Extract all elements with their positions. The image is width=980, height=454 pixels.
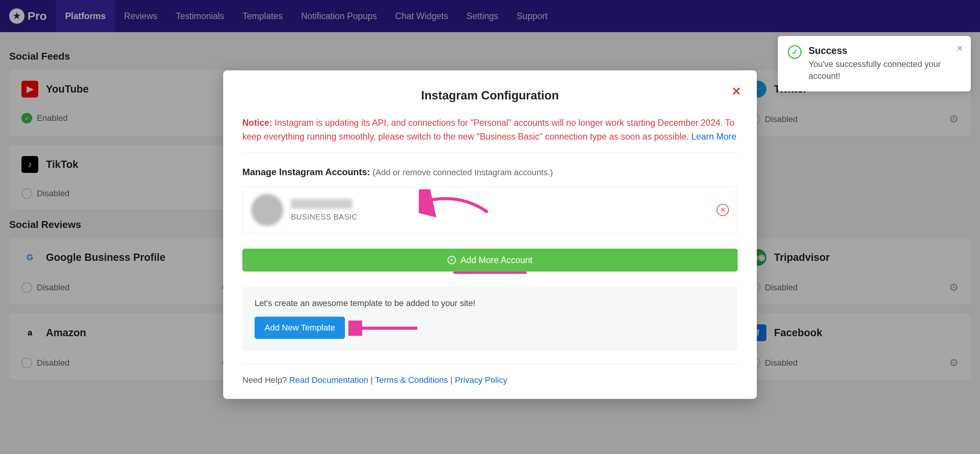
toast-body: You've successfully connected your accou… — [808, 59, 961, 82]
add-more-account-button[interactable]: + Add More Account — [242, 249, 738, 272]
check-circle-icon: ✓ — [788, 45, 802, 59]
close-icon[interactable]: ✕ — [729, 84, 743, 98]
annotation-arrow-icon — [348, 321, 425, 336]
learn-more-link[interactable]: Learn More — [691, 132, 737, 142]
plus-circle-icon: + — [448, 256, 456, 264]
remove-account-button[interactable]: ✕ — [717, 204, 729, 216]
api-notice: Notice: Instagram is updating its API, a… — [242, 116, 738, 143]
read-docs-link[interactable]: Read Documentation — [289, 375, 368, 385]
annotation-underline — [453, 272, 527, 274]
toast-title: Success — [808, 45, 961, 56]
divider — [242, 153, 738, 153]
close-icon[interactable]: ✕ — [956, 44, 963, 54]
manage-accounts-heading: Manage Instagram Accounts: (Add or remov… — [242, 167, 738, 177]
modal-title: Instagram Configuration — [242, 89, 738, 103]
account-name-redacted — [291, 199, 352, 209]
modal-footer: Need Help? Read Documentation | Terms & … — [242, 364, 738, 385]
account-avatar — [251, 194, 283, 226]
terms-link[interactable]: Terms & Conditions — [375, 375, 448, 385]
privacy-link[interactable]: Privacy Policy — [455, 375, 507, 385]
success-toast: ✓ Success You've successfully connected … — [778, 36, 971, 91]
account-type: BUSINESS BASIC — [291, 213, 358, 221]
instagram-config-modal: ✕ Instagram Configuration Notice: Instag… — [223, 70, 757, 399]
connected-account-row: BUSINESS BASIC ✕ — [242, 187, 738, 233]
template-hint: Let's create an awesome template to be a… — [255, 298, 725, 308]
notice-text: Instagram is updating its API, and conne… — [242, 118, 734, 142]
notice-label: Notice: — [242, 118, 272, 128]
add-new-template-button[interactable]: Add New Template — [255, 317, 345, 339]
template-cta-box: Let's create an awesome template to be a… — [242, 287, 738, 350]
annotation-arrow-icon — [419, 189, 495, 220]
